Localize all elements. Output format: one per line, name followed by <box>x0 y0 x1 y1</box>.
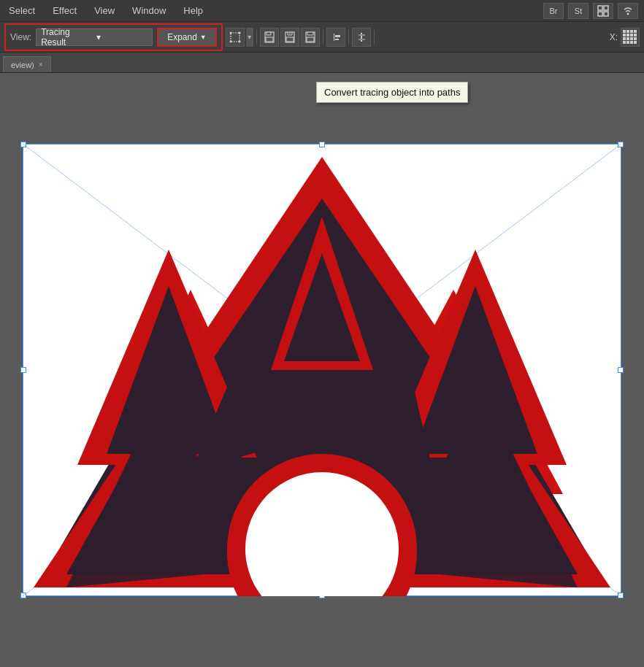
svg-rect-26 <box>630 30 633 33</box>
artwork-svg <box>23 144 621 596</box>
dropdown-arrow-icon: ▾ <box>96 32 147 42</box>
menu-icon-group: Br St <box>543 3 638 19</box>
svg-rect-3 <box>604 12 608 16</box>
menu-select[interactable]: Select <box>6 4 38 18</box>
view-dropdown-value: Tracing Result <box>41 27 92 47</box>
menu-icon-layout[interactable] <box>593 3 613 19</box>
white-canvas <box>23 144 621 596</box>
svg-point-4 <box>627 12 629 15</box>
grid-icon[interactable] <box>621 28 640 47</box>
svg-rect-32 <box>623 37 626 40</box>
menu-help[interactable]: Help <box>180 4 206 18</box>
tb-separator-1 <box>256 30 257 45</box>
svg-point-9 <box>238 40 240 42</box>
svg-rect-19 <box>335 35 340 37</box>
svg-rect-12 <box>266 37 273 42</box>
tooltip-text: Convert tracing object into paths <box>324 87 460 98</box>
toolbar-left-group: View: Tracing Result ▾ Expand ▼ <box>4 23 223 51</box>
x-coord-label: X: <box>610 32 618 42</box>
svg-rect-14 <box>286 37 294 42</box>
tab-item-preview[interactable]: eview) × <box>3 56 51 72</box>
svg-rect-27 <box>634 30 637 33</box>
tb-icon-save3[interactable] <box>301 28 320 47</box>
svg-rect-22 <box>359 34 365 36</box>
view-label: View: <box>10 32 31 42</box>
svg-rect-21 <box>361 33 362 42</box>
svg-rect-5 <box>231 33 239 42</box>
svg-rect-28 <box>623 34 626 36</box>
menu-icon-wifi[interactable] <box>618 3 638 19</box>
expand-dropdown-icon: ▼ <box>200 34 207 41</box>
menu-icon-st[interactable]: St <box>568 3 589 19</box>
svg-rect-1 <box>604 6 608 10</box>
svg-rect-29 <box>626 34 629 36</box>
menu-view[interactable]: View <box>91 4 118 18</box>
svg-rect-35 <box>634 37 637 40</box>
menu-window[interactable]: Window <box>129 4 169 18</box>
svg-point-8 <box>229 40 231 42</box>
tb-separator-2 <box>323 30 323 45</box>
tb-separator-3 <box>348 30 349 45</box>
svg-rect-39 <box>634 41 637 44</box>
svg-rect-33 <box>626 37 629 40</box>
tb-icon-align2[interactable] <box>352 28 371 47</box>
toolbar-row: View: Tracing Result ▾ Expand ▼ ▼ <box>0 22 644 53</box>
svg-rect-34 <box>630 37 633 40</box>
tab-label: eview) <box>11 61 34 69</box>
svg-rect-30 <box>630 34 633 36</box>
tb-icon-save[interactable] <box>260 28 279 47</box>
menu-bar: Select Effect View Window Help Br St <box>0 0 644 22</box>
menu-icon-br[interactable]: Br <box>543 3 564 19</box>
expand-button-label: Expand <box>167 32 197 42</box>
view-dropdown[interactable]: Tracing Result ▾ <box>36 28 153 46</box>
tb-icon-dropdown[interactable]: ▼ <box>246 28 253 47</box>
expand-button[interactable]: Expand ▼ <box>157 28 217 47</box>
svg-rect-25 <box>626 30 629 33</box>
tab-row: eview) × <box>0 53 644 73</box>
svg-rect-38 <box>630 41 633 44</box>
svg-rect-23 <box>359 39 365 40</box>
svg-rect-37 <box>626 41 629 44</box>
svg-point-6 <box>229 31 231 34</box>
tb-icon-save2[interactable] <box>280 28 299 47</box>
svg-rect-36 <box>623 41 626 44</box>
tb-icon-align1[interactable] <box>326 28 345 47</box>
svg-rect-20 <box>335 39 339 40</box>
svg-rect-18 <box>334 34 334 41</box>
tb-icon-transform[interactable] <box>226 28 245 47</box>
svg-rect-24 <box>623 30 626 33</box>
menu-effect[interactable]: Effect <box>50 4 80 18</box>
svg-rect-0 <box>598 6 602 10</box>
canvas-area <box>0 73 644 667</box>
tb-separator-4 <box>374 30 375 45</box>
svg-rect-2 <box>598 12 602 16</box>
tooltip-convert: Convert tracing object into paths <box>316 82 468 103</box>
svg-rect-31 <box>634 34 637 36</box>
svg-rect-17 <box>307 37 314 42</box>
svg-rect-11 <box>267 32 271 35</box>
svg-point-7 <box>238 31 240 34</box>
toolbar-icons-group: ▼ <box>226 28 376 47</box>
tab-close-button[interactable]: × <box>39 61 43 69</box>
